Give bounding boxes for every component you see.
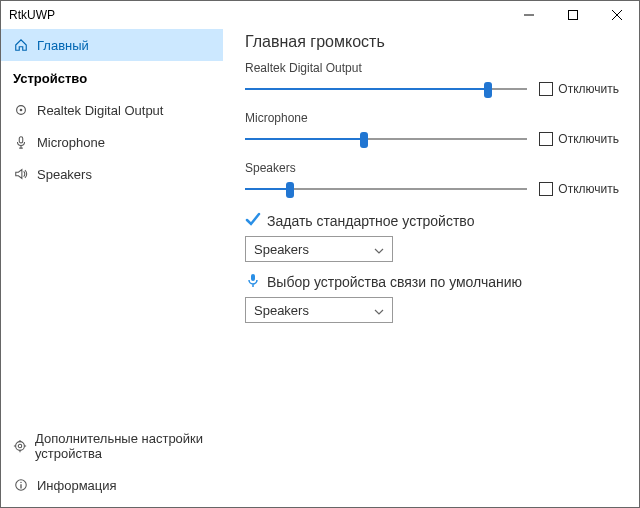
section-title: Выбор устройства связи по умолчанию — [267, 274, 522, 290]
speaker-icon — [13, 166, 29, 182]
mute-label: Отключить — [558, 132, 619, 146]
svg-point-8 — [18, 444, 22, 448]
chevron-down-icon — [374, 303, 384, 318]
spdif-icon — [13, 102, 29, 118]
volume-label: Speakers — [245, 161, 619, 175]
mute-checkbox-speakers[interactable]: Отключить — [539, 182, 619, 196]
combo-value: Speakers — [254, 242, 309, 257]
mute-checkbox-microphone[interactable]: Отключить — [539, 132, 619, 146]
check-icon — [245, 211, 261, 230]
section-title: Задать стандартное устройство — [267, 213, 474, 229]
checkbox-icon — [539, 132, 553, 146]
checkbox-icon — [539, 182, 553, 196]
comm-device-combo[interactable]: Speakers — [245, 297, 393, 323]
default-device-combo[interactable]: Speakers — [245, 236, 393, 262]
close-button[interactable] — [595, 1, 639, 29]
minimize-button[interactable] — [507, 1, 551, 29]
default-device-heading: Задать стандартное устройство — [245, 211, 619, 230]
svg-point-5 — [20, 109, 23, 112]
window-controls — [507, 1, 639, 29]
svg-rect-6 — [19, 137, 23, 143]
chevron-down-icon — [374, 242, 384, 257]
microphone-icon — [245, 272, 261, 291]
home-icon — [13, 37, 29, 53]
checkbox-icon — [539, 82, 553, 96]
sidebar-item-speakers[interactable]: Speakers — [1, 158, 223, 190]
sidebar-item-label: Speakers — [37, 167, 92, 182]
svg-point-14 — [20, 482, 21, 483]
sidebar-item-microphone[interactable]: Microphone — [1, 126, 223, 158]
info-icon — [13, 477, 29, 493]
volume-group-microphone: Microphone Отключить — [245, 111, 619, 147]
volume-group-digital: Realtek Digital Output Отключить — [245, 61, 619, 97]
page-title: Главная громкость — [245, 33, 619, 51]
comm-device-heading: Выбор устройства связи по умолчанию — [245, 272, 619, 291]
volume-slider-digital[interactable] — [245, 81, 527, 97]
microphone-icon — [13, 134, 29, 150]
mute-label: Отключить — [558, 82, 619, 96]
svg-rect-1 — [569, 11, 578, 20]
mute-checkbox-digital[interactable]: Отключить — [539, 82, 619, 96]
main-panel: Главная громкость Realtek Digital Output… — [223, 29, 639, 507]
sidebar-item-label: Дополнительные настройки устройства — [35, 431, 211, 461]
sidebar-item-digital-output[interactable]: Realtek Digital Output — [1, 94, 223, 126]
sidebar-item-main[interactable]: Главный — [1, 29, 223, 61]
sidebar-item-advanced[interactable]: Дополнительные настройки устройства — [1, 423, 223, 469]
sidebar-item-label: Realtek Digital Output — [37, 103, 163, 118]
sidebar-item-label: Информация — [37, 478, 117, 493]
sidebar-item-label: Microphone — [37, 135, 105, 150]
volume-slider-microphone[interactable] — [245, 131, 527, 147]
sidebar-heading: Устройство — [1, 61, 223, 94]
window-title: RtkUWP — [1, 8, 507, 22]
sidebar-item-info[interactable]: Информация — [1, 469, 223, 501]
combo-value: Speakers — [254, 303, 309, 318]
gear-icon — [13, 438, 27, 454]
sidebar-item-label: Главный — [37, 38, 89, 53]
volume-label: Realtek Digital Output — [245, 61, 619, 75]
volume-label: Microphone — [245, 111, 619, 125]
svg-point-7 — [16, 442, 25, 451]
mute-label: Отключить — [558, 182, 619, 196]
maximize-button[interactable] — [551, 1, 595, 29]
titlebar: RtkUWP — [1, 1, 639, 29]
volume-slider-speakers[interactable] — [245, 181, 527, 197]
svg-rect-16 — [251, 274, 255, 281]
sidebar: Главный Устройство Realtek Digital Outpu… — [1, 29, 223, 507]
volume-group-speakers: Speakers Отключить — [245, 161, 619, 197]
